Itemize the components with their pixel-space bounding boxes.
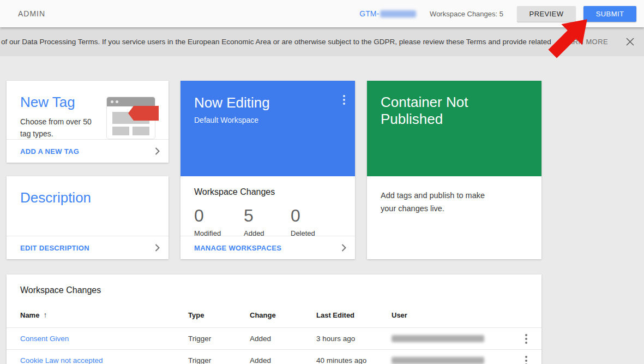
chevron-right-icon xyxy=(155,244,160,252)
now-editing-header: Now Editing Default Workspace xyxy=(180,81,355,176)
gdpr-notice-banner: of our Data Processing Terms. If you ser… xyxy=(0,27,644,56)
stat-modified: 0 Modified xyxy=(194,206,244,237)
top-app-bar: ADMIN GTM- Workspace Changes: 5 PREVIEW … xyxy=(0,0,644,27)
stat-added: 5 Added xyxy=(244,206,291,237)
description-title: Description xyxy=(20,189,155,206)
new-tag-icon xyxy=(107,97,159,139)
column-header-last-edited[interactable]: Last Edited xyxy=(316,311,392,319)
row-name-link[interactable]: Cookie Law not accepted xyxy=(20,356,188,364)
gdpr-notice-text: of our Data Processing Terms. If you ser… xyxy=(1,38,552,46)
submit-button[interactable]: SUBMIT xyxy=(583,6,636,22)
row-change: Added xyxy=(250,356,316,364)
workspace-changes-summary-title: Workspace Changes xyxy=(194,187,341,197)
tab-admin[interactable]: ADMIN xyxy=(18,9,45,18)
manage-workspaces-label: MANAGE WORKSPACES xyxy=(194,244,281,252)
workspace-name: Default Workspace xyxy=(194,116,341,124)
workspace-overview: New Tag Choose from over 50 tag types. A… xyxy=(0,56,644,364)
now-editing-card: Now Editing Default Workspace Workspace … xyxy=(180,81,355,259)
stat-deleted-value: 0 xyxy=(291,206,315,226)
chevron-right-icon xyxy=(341,244,346,252)
edit-description-action[interactable]: EDIT DESCRIPTION xyxy=(7,236,168,259)
row-change: Added xyxy=(250,335,316,343)
stat-modified-value: 0 xyxy=(194,206,244,226)
kebab-menu-icon[interactable] xyxy=(341,93,347,107)
column-header-name[interactable]: Name ↑ xyxy=(20,311,188,319)
sort-ascending-icon: ↑ xyxy=(43,311,47,319)
row-last-edited: 3 hours ago xyxy=(316,335,392,343)
stat-added-value: 5 xyxy=(244,206,291,226)
row-last-edited: 40 minutes ago xyxy=(316,356,392,364)
row-name-link[interactable]: Consent Given xyxy=(20,335,188,343)
table-row[interactable]: Consent Given Trigger Added 3 hours ago xyxy=(7,328,541,350)
row-type: Trigger xyxy=(188,356,250,364)
redacted-user-email xyxy=(392,357,484,364)
edit-description-label: EDIT DESCRIPTION xyxy=(20,244,89,252)
topbar-right-group: GTM- Workspace Changes: 5 PREVIEW SUBMIT xyxy=(359,6,636,22)
kebab-menu-icon[interactable] xyxy=(523,354,529,364)
close-icon[interactable] xyxy=(624,37,635,47)
description-card: Description EDIT DESCRIPTION xyxy=(7,176,168,259)
container-id-prefix: GTM- xyxy=(359,9,379,18)
now-editing-title: Now Editing xyxy=(194,94,341,111)
add-new-tag-label: ADD A NEW TAG xyxy=(20,147,79,156)
container-status-title: Container Not Published xyxy=(381,94,528,128)
column-header-type[interactable]: Type xyxy=(188,311,250,319)
new-tag-description: Choose from over 50 tag types. xyxy=(20,116,102,140)
chevron-right-icon xyxy=(155,147,160,155)
preview-button[interactable]: PREVIEW xyxy=(517,6,576,22)
container-status-body: Add tags and publish to make your change… xyxy=(367,176,514,229)
row-type: Trigger xyxy=(188,335,250,343)
container-id[interactable]: GTM- xyxy=(359,9,416,18)
container-status-card: Container Not Published Add tags and pub… xyxy=(367,81,541,259)
new-tag-card: New Tag Choose from over 50 tag types. A… xyxy=(7,81,168,163)
add-new-tag-action[interactable]: ADD A NEW TAG xyxy=(7,139,168,163)
manage-workspaces-action[interactable]: MANAGE WORKSPACES xyxy=(180,236,355,259)
column-header-user[interactable]: User xyxy=(392,311,511,319)
kebab-menu-icon[interactable] xyxy=(523,332,529,346)
workspace-changes-table-card: Workspace Changes Name ↑ Type Change Las… xyxy=(7,275,541,364)
stat-deleted: 0 Deleted xyxy=(291,206,315,237)
table-header-row: Name ↑ Type Change Last Edited User xyxy=(7,295,541,328)
workspace-changes-summary: Workspace Changes 0 Modified 5 Added 0 D… xyxy=(180,176,355,237)
container-status-header: Container Not Published xyxy=(367,81,541,176)
table-row[interactable]: Cookie Law not accepted Trigger Added 40… xyxy=(7,350,541,364)
workspace-changes-status: Workspace Changes: 5 xyxy=(430,10,503,18)
column-header-change[interactable]: Change xyxy=(250,311,316,319)
redacted-container-id xyxy=(380,10,416,17)
learn-more-link[interactable]: LEARN MORE xyxy=(559,38,608,46)
redacted-user-email xyxy=(392,335,484,342)
table-title: Workspace Changes xyxy=(7,275,541,295)
